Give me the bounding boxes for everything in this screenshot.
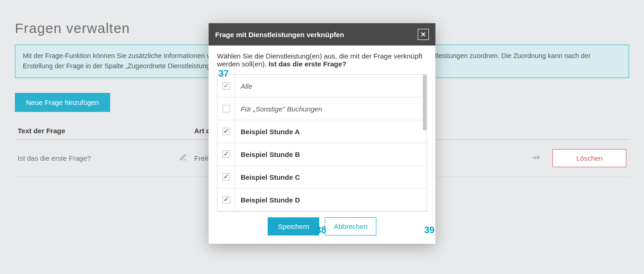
question-text: Ist das die erste Frage? [18, 154, 91, 162]
service-checkbox[interactable] [223, 128, 230, 135]
close-icon: ✕ [421, 31, 426, 38]
modal-header: Frage mit Dienstleistungen verknüpfen ✕ [209, 23, 435, 46]
pin-icon[interactable] [530, 152, 541, 164]
modal-title: Frage mit Dienstleistungen verknüpfen [215, 31, 344, 39]
service-checkbox[interactable] [223, 196, 230, 203]
services-list: AlleFür „Sonstige" BuchungenBeispiel Stu… [217, 74, 427, 212]
link-services-modal: Frage mit Dienstleistungen verknüpfen ✕ … [209, 23, 435, 244]
save-button[interactable]: Speichern [268, 217, 320, 235]
service-row[interactable]: Beispiel Stunde C [217, 166, 427, 189]
service-checkbox[interactable] [223, 173, 230, 181]
column-text-header: Text der Frage [18, 127, 194, 135]
scrollbar[interactable] [423, 75, 427, 130]
service-row[interactable]: Alle [217, 75, 427, 98]
service-row[interactable]: Beispiel Stunde D [217, 189, 427, 211]
service-checkbox[interactable] [223, 150, 230, 158]
close-button[interactable]: ✕ [418, 29, 429, 40]
cancel-button[interactable]: Abbrechen [325, 217, 376, 235]
service-label: Beispiel Stunde A [235, 128, 305, 136]
delete-button[interactable]: Löschen [552, 149, 626, 167]
service-label: Alle [235, 82, 258, 90]
annotation-38: 38 [316, 225, 326, 235]
add-question-button[interactable]: Neue Frage hinzufügen [15, 93, 110, 112]
service-row[interactable]: Beispiel Stunde A [217, 120, 427, 143]
annotation-39: 39 [424, 225, 434, 235]
service-label: Beispiel Stunde B [235, 150, 306, 158]
service-row[interactable]: Für „Sonstige" Buchungen [217, 98, 427, 120]
annotation-37: 37 [218, 68, 229, 79]
service-label: Beispiel Stunde D [235, 196, 306, 204]
edit-icon[interactable] [179, 154, 187, 163]
service-checkbox[interactable] [223, 105, 230, 112]
service-label: Für „Sonstige" Buchungen [235, 105, 328, 113]
service-checkbox[interactable] [223, 82, 230, 90]
service-label: Beispiel Stunde C [235, 173, 306, 181]
modal-question-ref: Ist das die erste Frage? [269, 60, 347, 68]
service-row[interactable]: Beispiel Stunde B [217, 143, 427, 166]
